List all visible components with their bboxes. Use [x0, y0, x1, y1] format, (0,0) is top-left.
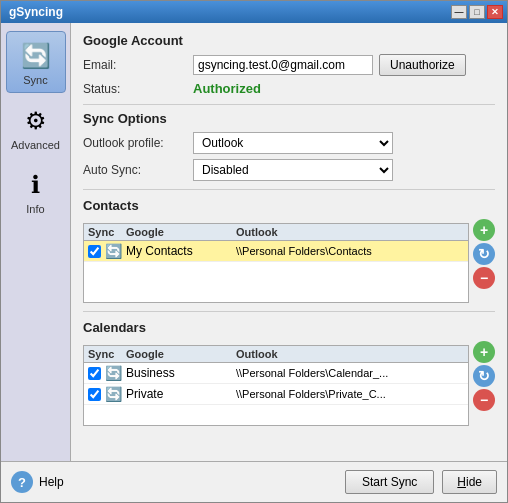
contacts-col-outlook: Outlook	[236, 226, 464, 238]
sidebar: 🔄 Sync ⚙ Advanced ℹ Info	[1, 23, 71, 461]
maximize-button[interactable]: □	[469, 5, 485, 19]
start-sync-button[interactable]: Start Sync	[345, 470, 434, 494]
hide-label-underline: H	[457, 475, 466, 489]
sidebar-item-sync[interactable]: 🔄 Sync	[6, 31, 66, 93]
status-row: Status: Authorized	[83, 81, 495, 96]
google-account-title: Google Account	[83, 33, 495, 48]
advanced-icon: ⚙	[18, 103, 54, 139]
cal-private-sync-icon: 🔄	[105, 386, 122, 402]
contacts-row-sync-cell: 🔄	[88, 243, 126, 259]
sidebar-item-info[interactable]: ℹ Info	[6, 161, 66, 221]
window-title: gSyncing	[9, 5, 63, 19]
sidebar-label-advanced: Advanced	[11, 139, 60, 151]
hide-button[interactable]: Hide	[442, 470, 497, 494]
cal-private-sync-cell: 🔄	[88, 386, 126, 402]
close-button[interactable]: ✕	[487, 5, 503, 19]
calendars-col-outlook: Outlook	[236, 348, 464, 360]
unauthorize-button[interactable]: Unauthorize	[379, 54, 466, 76]
sync-options-title: Sync Options	[83, 111, 495, 126]
auto-sync-select[interactable]: Disabled Every 15 min Every 30 min Every…	[193, 159, 393, 181]
bottom-right: Start Sync Hide	[345, 470, 497, 494]
info-icon: ℹ	[18, 167, 54, 203]
contacts-row-google: My Contacts	[126, 244, 236, 258]
contacts-col-google: Google	[126, 226, 236, 238]
contacts-empty-space	[84, 262, 468, 302]
outlook-profile-select[interactable]: Outlook	[193, 132, 393, 154]
main-window: gSyncing — □ ✕ 🔄 Sync ⚙ Advanced ℹ Info	[0, 0, 508, 503]
calendars-title: Calendars	[83, 320, 495, 335]
bottom-left: ? Help	[11, 471, 64, 493]
title-bar-controls: — □ ✕	[451, 5, 503, 19]
contacts-table: Sync Google Outlook 🔄 My Contacts	[83, 223, 469, 303]
calendars-table-row-private: 🔄 Private \\Personal Folders\Private_C..…	[84, 384, 468, 405]
calendars-table-area: Sync Google Outlook 🔄 Business \\P	[83, 341, 469, 426]
contacts-remove-button[interactable]: −	[473, 267, 495, 289]
calendars-col-sync: Sync	[88, 348, 126, 360]
email-input[interactable]	[193, 55, 373, 75]
outlook-profile-label: Outlook profile:	[83, 136, 193, 150]
minimize-button[interactable]: —	[451, 5, 467, 19]
status-value: Authorized	[193, 81, 261, 96]
sidebar-item-advanced[interactable]: ⚙ Advanced	[6, 97, 66, 157]
calendars-side-buttons: + ↻ −	[473, 341, 495, 411]
contacts-table-row: 🔄 My Contacts \\Personal Folders\Contact…	[84, 241, 468, 262]
auto-sync-label: Auto Sync:	[83, 163, 193, 177]
help-label: Help	[39, 475, 64, 489]
title-bar: gSyncing — □ ✕	[1, 1, 507, 23]
email-label: Email:	[83, 58, 193, 72]
cal-private-checkbox[interactable]	[88, 388, 101, 401]
hide-label-rest: ide	[466, 475, 482, 489]
cal-business-outlook: \\Personal Folders\Calendar_...	[236, 367, 464, 379]
contacts-col-sync: Sync	[88, 226, 126, 238]
bottom-bar: ? Help Start Sync Hide	[1, 461, 507, 502]
outlook-profile-row: Outlook profile: Outlook	[83, 132, 495, 154]
sidebar-label-info: Info	[26, 203, 44, 215]
calendars-empty-space	[84, 405, 468, 425]
calendars-remove-button[interactable]: −	[473, 389, 495, 411]
main-content: Google Account Email: Unauthorize Status…	[71, 23, 507, 461]
cal-business-sync-icon: 🔄	[105, 365, 122, 381]
calendars-add-button[interactable]: +	[473, 341, 495, 363]
sync-icon: 🔄	[18, 38, 54, 74]
sidebar-label-sync: Sync	[23, 74, 47, 86]
contacts-add-button[interactable]: +	[473, 219, 495, 241]
calendars-col-google: Google	[126, 348, 236, 360]
calendars-section: Calendars Sync Google Outlook	[83, 320, 495, 426]
cal-private-google: Private	[126, 387, 236, 401]
contacts-title: Contacts	[83, 198, 495, 213]
cal-business-checkbox[interactable]	[88, 367, 101, 380]
contacts-refresh-button[interactable]: ↻	[473, 243, 495, 265]
calendars-table-header: Sync Google Outlook	[84, 346, 468, 363]
email-row: Email: Unauthorize	[83, 54, 495, 76]
calendars-table: Sync Google Outlook 🔄 Business \\P	[83, 345, 469, 426]
contacts-table-area: Sync Google Outlook 🔄 My Contacts	[83, 219, 469, 303]
contacts-table-header: Sync Google Outlook	[84, 224, 468, 241]
window-body: 🔄 Sync ⚙ Advanced ℹ Info Google Account …	[1, 23, 507, 461]
status-label: Status:	[83, 82, 193, 96]
calendars-refresh-button[interactable]: ↻	[473, 365, 495, 387]
help-icon-button[interactable]: ?	[11, 471, 33, 493]
auto-sync-row: Auto Sync: Disabled Every 15 min Every 3…	[83, 159, 495, 181]
contacts-row-outlook: \\Personal Folders\Contacts	[236, 245, 464, 257]
cal-private-outlook: \\Personal Folders\Private_C...	[236, 388, 464, 400]
calendars-wrapper: Sync Google Outlook 🔄 Business \\P	[83, 341, 495, 426]
contacts-sync-icon: 🔄	[105, 243, 122, 259]
contacts-section: Contacts Sync Google Outlook	[83, 198, 495, 303]
cal-business-sync-cell: 🔄	[88, 365, 126, 381]
contacts-row-checkbox[interactable]	[88, 245, 101, 258]
contacts-wrapper: Sync Google Outlook 🔄 My Contacts	[83, 219, 495, 303]
cal-business-google: Business	[126, 366, 236, 380]
contacts-side-buttons: + ↻ −	[473, 219, 495, 289]
calendars-table-row-business: 🔄 Business \\Personal Folders\Calendar_.…	[84, 363, 468, 384]
